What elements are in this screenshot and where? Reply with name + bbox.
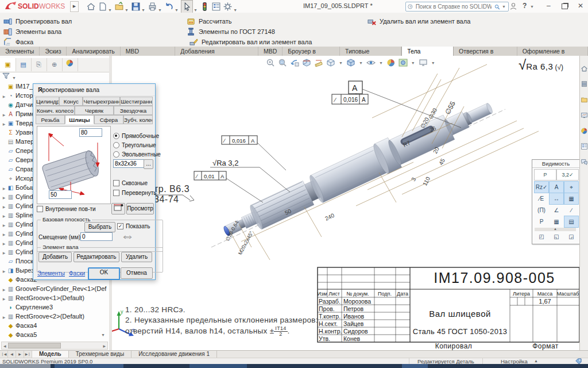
delete-element-button[interactable]: Удалить [121,252,152,262]
help-button[interactable]: ? [523,2,527,10]
user-account-icon[interactable] [509,2,517,10]
dialog-tab-cylinder[interactable]: Цилиндр [36,97,59,106]
dialog-tab-worm[interactable]: Червяк [75,106,114,115]
dialog-tab-thread[interactable]: Резьба [36,115,65,124]
options-gear-icon[interactable] [223,2,233,12]
offset-input[interactable] [80,232,113,241]
tree-horizontal-scrollbar[interactable]: ◀ ▶ [1,342,108,350]
home-icon[interactable] [86,2,96,12]
edit-element-button[interactable]: Редактировать [74,252,119,262]
comments-icon[interactable] [581,158,588,166]
p-visibility-button[interactable]: P [534,216,549,228]
spline-size-input[interactable] [113,159,144,168]
tab-evaluate[interactable]: Анализировать [67,47,120,56]
tree-item-rectgroove1[interactable]: ▶▥RectGroove<1>(Default) [1,294,108,302]
chamfers-link[interactable]: Фаски [69,270,85,277]
tree-item-rectgroove2[interactable]: ▶▥RectGroove<2>(Default) [1,312,108,321]
dialog-title-bar[interactable]: Проектирование вала ✕ [33,84,155,96]
tree-item-fillet3[interactable]: ◗Скругление3 [1,303,108,312]
tab-addins[interactable]: Добавления SOLIDWORKS [175,47,258,56]
dialog-tab-bevel-gear[interactable]: Конич. колесо [36,106,75,115]
dialog-tab-spline[interactable]: Шлицы [65,115,94,124]
traffic-light-icon[interactable] [200,2,210,12]
dialog-tab-sphere[interactable]: Сфера [94,115,123,124]
tab-part-detailing[interactable]: Оформление в детали [517,47,588,56]
scroll-left-arrow[interactable]: ◀ [2,344,8,348]
radio-straight-splines[interactable]: Прямобочные [113,133,159,139]
radio-triangular-splines[interactable]: Треугольные [113,142,156,148]
restore-button[interactable] [562,3,568,9]
open-icon[interactable] [114,2,124,12]
tree-item-chamfer5[interactable]: ◆Фаска5 [1,331,108,339]
view-filter-2-button[interactable]: ◱ [549,231,564,242]
new-caret[interactable]: ▼ [108,8,112,12]
search-icon[interactable] [494,3,500,10]
tree-item-chamfer4[interactable]: ◆Фаска4 [1,321,108,330]
table-visibility-button[interactable]: ▦ [564,193,579,205]
center-hole-callout[interactable]: тр. В6.3 34-74 [154,184,194,204]
featuremanager-tab[interactable]: ▣ [0,58,16,71]
scroll-thumb[interactable] [8,343,61,348]
radio-involute-splines[interactable]: Эвольвентные [113,151,161,158]
close-button[interactable]: ✕ [578,2,583,10]
dimxpert-tab[interactable]: ⊕ [47,58,63,71]
undo-icon[interactable] [164,2,174,12]
undo-caret[interactable]: ▼ [175,8,179,12]
dimension-visibility-button[interactable]: ↔ [549,193,564,205]
help-caret[interactable]: ▼ [530,5,534,9]
filter-funnel-icon[interactable] [2,72,10,79]
graphics-viewport[interactable]: ▼ ▼ ▼ ▼ ▼ √Ra 6,3 (√) [112,56,579,350]
configurationmanager-tab[interactable]: ⎘ [31,58,47,71]
tab-bodies-of-revolution[interactable]: Тела вращения [401,47,454,56]
menu-flyout-arrow[interactable]: ▶ [70,1,79,12]
print-icon[interactable] [148,2,157,12]
dialog-tab-hex[interactable]: Шестигранник [120,97,153,106]
gost-elements-button[interactable]: Элементы по ГОСТ 27148 [187,26,275,37]
delete-shaft-button[interactable]: Удалить вал или элемент вала [368,16,470,26]
design-library-icon[interactable] [581,80,588,88]
gtol-frame-low[interactable]: ∕ 0,01 A [194,171,263,202]
datum-visibility-button[interactable]: A [549,181,564,193]
tab-sketch[interactable]: Эскиз [40,47,67,56]
tab-standard-features[interactable]: Типовые элементы [340,47,401,56]
view-filter-1-button[interactable]: ◰ [534,231,549,242]
help-search-box[interactable]: ? ▼ [405,2,509,12]
roughness-visibility-button[interactable]: 3,2✓ [556,169,579,181]
shaft-elements-button[interactable]: Элементы вала [3,26,61,37]
calculate-button[interactable]: Рассчитать [187,16,231,26]
add-element-button[interactable]: Добавить [38,252,72,262]
target-visibility-button[interactable]: ⌖ [564,181,579,193]
chamfer-button[interactable]: Фаска [3,37,33,47]
hide-all-types-button[interactable]: P [534,169,556,181]
edit-shaft-button[interactable]: Редактировать вал или элемент вала [189,37,312,47]
solidworks-resources-icon[interactable] [581,65,588,72]
select-caret[interactable]: ▼ [194,8,198,12]
check-flip[interactable]: Перевернуть [113,190,157,196]
browse-button[interactable]: ... [144,159,153,169]
tree-vertical-scroll-down[interactable]: ▼ [101,333,105,337]
spline-diameter-input[interactable] [49,190,72,199]
tree-item-groove-for-cylinder[interactable]: ▶▥GrooveForCylinder_Rev<1>(Def [1,285,108,293]
dialog-tab-square[interactable]: Четырехгранник [83,97,120,106]
view-filter-3-button[interactable]: ◲ [564,231,579,242]
view-palette-icon[interactable] [581,112,588,119]
rz-visibility-button[interactable]: Rz✓ [534,181,549,193]
custom-properties-icon[interactable] [581,143,588,150]
scroll-right-arrow[interactable]: ▶ [101,344,107,348]
tab-holes-in-part[interactable]: Отверстия в детали [454,47,517,56]
tab-part-browser[interactable]: Броузер в детали [283,47,340,56]
new-document-icon[interactable] [98,2,107,12]
flip-direction-arrow-icon[interactable]: ⇔ [121,228,134,244]
elements-link[interactable]: Элементы [37,270,65,277]
tab-mbd[interactable]: MBD [258,47,283,56]
preview-button[interactable]: Просмотр [126,203,154,214]
open-caret[interactable]: ▼ [125,8,129,12]
note-visibility-button[interactable]: ∕E [534,193,549,205]
tab-mbd-dimensions[interactable]: MBD Dimensions [121,47,175,56]
dialog-tab-gear[interactable]: Зубч. колесо [123,115,153,124]
dialog-tab-sprocket[interactable]: Звездочка [114,106,153,115]
minimize-button[interactable]: – [547,2,551,10]
design-shaft-button[interactable]: Проектировать вал [3,16,72,26]
block-visibility-button[interactable]: ▤ [564,216,579,228]
print-caret[interactable]: ▼ [158,8,162,12]
